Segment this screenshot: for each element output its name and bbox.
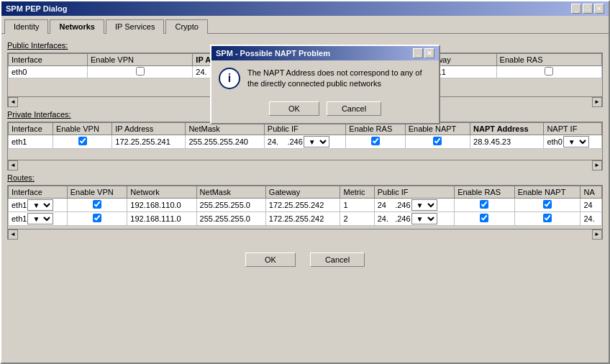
- napt-if-value: eth0: [547, 137, 562, 146]
- cell-ip: 172.25.255.241: [112, 135, 186, 149]
- modal-body: i The NAPT Address does not correspond t…: [211, 60, 439, 97]
- cell-enable-ras[interactable]: [455, 199, 515, 212]
- col-enable-ras: Enable RAS: [496, 54, 601, 66]
- col-enable-vpn: Enable VPN: [53, 123, 111, 135]
- cell-enable-napt[interactable]: [514, 212, 581, 226]
- col-enable-vpn: Enable VPN: [88, 54, 193, 66]
- tab-ip-services[interactable]: IP Services: [106, 19, 164, 34]
- scroll-track[interactable]: [18, 160, 592, 170]
- cell-enable-napt[interactable]: [514, 199, 581, 212]
- enable-napt-checkbox[interactable]: [433, 137, 442, 145]
- scroll-track[interactable]: [18, 229, 592, 240]
- col-interface: Interface: [9, 54, 88, 66]
- col-interface: Interface: [9, 123, 53, 135]
- col-netmask: NetMask: [196, 186, 265, 199]
- cell-netmask: 255.255.255.0: [196, 199, 265, 212]
- cell-network: 192.168.111.0: [127, 212, 196, 226]
- col-metric: Metric: [340, 186, 374, 199]
- modal-message: The NAPT Address does not correspond to …: [247, 68, 432, 90]
- enable-napt-checkbox[interactable]: [543, 200, 552, 209]
- enable-ras-checkbox[interactable]: [371, 137, 380, 145]
- close-button[interactable]: ✕: [594, 4, 604, 14]
- tab-bar: Identity Networks IP Services Crypto: [1, 16, 609, 34]
- napt-if-select[interactable]: ▼: [563, 136, 589, 147]
- col-netmask: NetMask: [186, 123, 264, 135]
- modal-title-text: SPM - Possible NAPT Problem: [216, 49, 330, 58]
- col-napt-address: NAPT Address: [470, 123, 544, 135]
- routes-scrollbar[interactable]: ◄ ►: [8, 229, 602, 239]
- cell-netmask: 255.255.255.240: [186, 135, 264, 149]
- footer-buttons: OK Cancel: [1, 250, 609, 270]
- cell-enable-ras[interactable]: [346, 135, 405, 149]
- enable-ras-checkbox[interactable]: [480, 214, 488, 222]
- scroll-left-btn[interactable]: ◄: [8, 97, 18, 107]
- private-interfaces-section: Interface Enable VPN IP Address NetMask …: [7, 122, 603, 170]
- col-public-if: Public IF: [374, 186, 454, 199]
- cell-public-if: 24 .246 ▼: [374, 199, 454, 212]
- cell-public-if: 24. .246 ▼: [264, 135, 345, 149]
- cell-enable-ras[interactable]: [455, 212, 515, 226]
- modal-ok-button[interactable]: OK: [269, 101, 319, 116]
- cell-na: 24.: [581, 212, 602, 226]
- modal-minimize-btn[interactable]: _: [413, 48, 423, 58]
- col-enable-ras: Enable RAS: [455, 186, 515, 199]
- cell-interface: eth1: [9, 135, 53, 149]
- maximize-button[interactable]: □: [583, 4, 593, 14]
- scroll-right-btn[interactable]: ►: [592, 229, 602, 240]
- minimize-button[interactable]: _: [571, 4, 581, 14]
- info-icon: i: [219, 68, 240, 89]
- cell-interface: eth1 ▼: [9, 212, 68, 226]
- tab-crypto[interactable]: Crypto: [165, 19, 207, 34]
- col-enable-ras: Enable RAS: [346, 123, 405, 135]
- cell-enable-ras[interactable]: [496, 66, 601, 78]
- table-row: eth1 ▼ 192.168.111.0 255.255.255.0 172.2…: [9, 212, 602, 226]
- cell-gateway: 172.25.255.242: [265, 212, 340, 226]
- modal-cancel-button[interactable]: Cancel: [327, 101, 381, 116]
- cell-interface: eth0: [9, 66, 88, 78]
- col-interface: Interface: [9, 186, 68, 199]
- enable-vpn-checkbox[interactable]: [136, 67, 145, 76]
- tab-networks[interactable]: Networks: [50, 19, 104, 34]
- routes-label: Routes:: [7, 173, 603, 182]
- cell-gateway: 172.25.255.242: [265, 199, 340, 212]
- public-if-select[interactable]: ▼: [411, 199, 437, 211]
- enable-vpn-checkbox[interactable]: [93, 200, 101, 209]
- col-enable-napt: Enable NAPT: [514, 186, 581, 199]
- scroll-left-btn[interactable]: ◄: [8, 160, 18, 170]
- main-window: SPM PEP Dialog _ □ ✕ Identity Networks I…: [0, 0, 610, 364]
- scroll-right-btn[interactable]: ►: [592, 97, 602, 107]
- cell-enable-vpn[interactable]: [67, 199, 127, 212]
- cell-enable-vpn[interactable]: [88, 66, 193, 78]
- cell-enable-vpn[interactable]: [67, 212, 127, 226]
- enable-vpn-checkbox[interactable]: [78, 137, 87, 145]
- modal-close-btn[interactable]: ✕: [424, 48, 434, 58]
- modal-buttons: OK Cancel: [211, 97, 439, 123]
- modal-title-bar: SPM - Possible NAPT Problem _ ✕: [211, 46, 439, 60]
- col-na: NA: [581, 186, 602, 199]
- public-if-select[interactable]: ▼: [411, 213, 437, 224]
- private-scrollbar[interactable]: ◄ ►: [8, 160, 602, 170]
- cell-enable-napt[interactable]: [405, 135, 470, 149]
- col-ip-address: IP Address: [112, 123, 186, 135]
- enable-ras-checkbox[interactable]: [545, 67, 553, 76]
- cell-network: 192.168.110.0: [127, 199, 196, 212]
- col-gateway: Gateway: [265, 186, 340, 199]
- table-row: eth1 172.25.255.241 255.255.255.240 24. …: [9, 135, 602, 149]
- enable-napt-checkbox[interactable]: [543, 214, 552, 222]
- ok-button[interactable]: OK: [245, 252, 296, 267]
- enable-vpn-checkbox[interactable]: [93, 214, 101, 222]
- napt-problem-dialog: SPM - Possible NAPT Problem _ ✕ i The NA…: [210, 45, 440, 124]
- scroll-left-btn[interactable]: ◄: [8, 229, 18, 240]
- public-if-select[interactable]: ▼: [304, 136, 329, 147]
- enable-ras-checkbox[interactable]: [480, 200, 488, 209]
- table-row: eth1 ▼ 192.168.110.0 255.255.255.0 172.2…: [9, 199, 602, 212]
- cell-enable-vpn[interactable]: [53, 135, 111, 149]
- cell-metric: 2: [340, 212, 374, 226]
- tab-identity[interactable]: Identity: [4, 19, 48, 34]
- scroll-right-btn[interactable]: ►: [592, 160, 602, 170]
- interface-select[interactable]: ▼: [27, 213, 53, 224]
- interface-select[interactable]: ▼: [27, 199, 53, 211]
- window-controls: _ □ ✕: [571, 4, 604, 14]
- cancel-button[interactable]: Cancel: [310, 252, 365, 267]
- cell-napt-if: eth0 ▼: [544, 135, 602, 149]
